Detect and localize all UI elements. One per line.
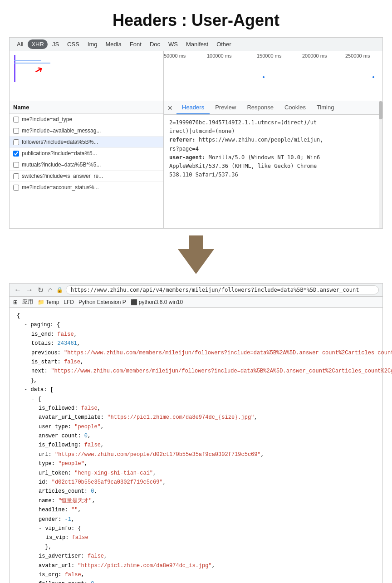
json-paging-close: },	[17, 376, 375, 385]
collapse-vip[interactable]: -	[39, 525, 42, 532]
bookmark-python-win[interactable]: ⬛ python3.6.0 win10	[131, 299, 183, 305]
totals-value: 243461	[58, 340, 77, 347]
name-row-3[interactable]: followers?include=data%5B%...	[10, 137, 163, 148]
forward-button[interactable]: →	[25, 286, 34, 294]
name-value: "恒量是天才"	[58, 498, 92, 504]
timeline-label-200k: 200000 ms	[302, 53, 327, 59]
arrow-down-wrapper	[178, 238, 214, 274]
ua-key: user-agent:	[169, 154, 205, 161]
name-row-3-checkbox[interactable]	[13, 139, 19, 145]
terminal-icon: ⬛	[131, 299, 137, 305]
name-row-2-text: me?include=available_messag...	[22, 127, 101, 134]
json-vip-open: - vip_info: {	[17, 524, 375, 533]
json-avatar-url: avatar_url: "https://pic1.zhime.com/da8e…	[17, 561, 375, 570]
collapse-item[interactable]: -	[31, 396, 34, 402]
answer-count-value: 0	[84, 433, 88, 439]
close-button[interactable]: ✕	[167, 104, 173, 112]
bookmark-apps[interactable]: 应用	[22, 298, 33, 306]
json-is-org: is_org: false,	[17, 570, 375, 579]
json-totals: totals: 243461,	[17, 339, 375, 348]
collapse-data[interactable]: -	[24, 387, 27, 393]
name-row-4[interactable]: publications?include=data%5...	[10, 148, 163, 159]
arrow-shaft	[189, 235, 203, 249]
name-row-5-checkbox[interactable]	[13, 162, 19, 168]
timeline-label-50k: 50000 ms	[164, 53, 186, 59]
apps-icon: ⊞	[13, 299, 18, 305]
json-headline: headline: "",	[17, 505, 375, 514]
avatar-url-value: "https://pic1.zhime.com/da8e974dc_is.jpg…	[78, 563, 211, 569]
is-followed-value: false	[81, 405, 98, 412]
filter-other[interactable]: Other	[213, 39, 235, 49]
red-arrow-indicator: ➔	[32, 63, 45, 77]
id-value: "d02ct170b55e35af9ca0302f719c5c69"	[52, 479, 163, 485]
filter-xhr[interactable]: XHR	[28, 39, 47, 49]
filter-img[interactable]: Img	[84, 39, 101, 49]
name-row-5[interactable]: mutuals?include=data%5B*%5...	[10, 159, 163, 171]
tab-response[interactable]: Response	[241, 101, 279, 114]
json-data-open: - data: [	[17, 385, 375, 394]
tab-preview[interactable]: Preview	[210, 101, 241, 114]
json-answer-count: answer_count: 0,	[17, 431, 375, 441]
name-row-7[interactable]: me?include=account_status%...	[10, 182, 163, 193]
json-next: next: "https://www.zhihu.com/members/mil…	[17, 367, 375, 376]
json-is-advertiser: is_advertiser: false,	[17, 552, 375, 561]
json-is-start: is_start: false,	[17, 358, 375, 367]
type-value: "people"	[58, 461, 84, 467]
back-button[interactable]: ←	[13, 286, 22, 294]
filter-css[interactable]: CSS	[64, 39, 83, 49]
filter-doc[interactable]: Doc	[146, 39, 164, 49]
json-url-token: url_token: "heng-xing-shi-tian-cai",	[17, 469, 375, 478]
timeline-dot-2	[372, 76, 374, 78]
name-row-1-text: me?include=ad_type	[22, 116, 72, 122]
bookmark-python-ext[interactable]: Python Extension P	[78, 299, 126, 305]
filter-font[interactable]: Font	[126, 39, 145, 49]
collapse-paging[interactable]: -	[24, 322, 27, 328]
name-row-2[interactable]: me?include=available_messag...	[10, 125, 163, 137]
address-bar: ← → ↻ ⌂ 🔒 https://www.zhihu.com/api/v4/m…	[10, 284, 382, 297]
filter-ws[interactable]: WS	[165, 39, 181, 49]
bookmark-temp[interactable]: 📁 Temp	[38, 299, 59, 305]
filter-js[interactable]: JS	[49, 39, 63, 49]
name-row-5-text: mutuals?include=data%5B*%5...	[22, 162, 101, 168]
name-row-6[interactable]: switches?include=is_answer_re...	[10, 171, 163, 182]
json-paging-open: - paging: {	[17, 320, 375, 329]
is-end-value: false	[58, 331, 74, 338]
timeline-label-250k: 250000 ms	[345, 53, 370, 59]
tab-timing[interactable]: Timing	[311, 101, 340, 114]
address-field[interactable]: https://www.zhihu.com/api/v4/members/mil…	[66, 285, 379, 294]
is-vip-value: false	[72, 534, 88, 541]
bookmark-lfd[interactable]: LFD	[64, 299, 74, 305]
filter-manifest[interactable]: Manifest	[182, 39, 212, 49]
filter-all[interactable]: All	[13, 39, 27, 49]
name-row-6-text: switches?include=is_answer_re...	[22, 173, 103, 179]
name-row-2-checkbox[interactable]	[13, 128, 19, 134]
json-previous: previous: "https://www.zhihu.com/members…	[17, 348, 375, 358]
home-button[interactable]: ⌂	[47, 286, 54, 294]
json-type: type: "people",	[17, 459, 375, 468]
name-row-1[interactable]: me?include=ad_type	[10, 114, 163, 125]
tab-cookies[interactable]: Cookies	[279, 101, 311, 114]
name-row-7-checkbox[interactable]	[13, 185, 19, 191]
tab-headers[interactable]: Headers	[176, 101, 210, 114]
browser-panel: ← → ↻ ⌂ 🔒 https://www.zhihu.com/api/v4/m…	[9, 283, 383, 583]
arrow-head	[178, 249, 214, 274]
bookmarks-bar: ⊞ 应用 📁 Temp LFD Python Extension P ⬛ pyt…	[10, 297, 382, 308]
name-row-6-checkbox[interactable]	[13, 173, 19, 179]
name-panel: Name me?include=ad_type me?include=avail…	[10, 101, 164, 228]
json-item-open: - {	[17, 395, 375, 404]
header-line-2: irect)|utmcmd=(none)	[169, 127, 377, 136]
avatar-tpl-value: "https://pic1.zhime.com/da8e974dc_{size}…	[107, 414, 254, 421]
name-row-1-checkbox[interactable]	[13, 117, 19, 122]
filter-media[interactable]: Media	[102, 39, 125, 49]
arrow-down-container	[0, 229, 392, 283]
folder-icon: 📁	[38, 299, 44, 305]
json-user-type: user_type: "people",	[17, 422, 375, 431]
timeline-label-100k: 100000 ms	[207, 53, 231, 59]
refresh-button[interactable]: ↻	[37, 286, 44, 294]
json-vip-close: },	[17, 543, 375, 552]
name-panel-header: Name	[10, 101, 163, 114]
json-articles-count: articles_count: 0,	[17, 487, 375, 496]
timeline-label-150k: 150000 ms	[257, 53, 281, 59]
json-follower-count: follower_count: 0,	[17, 579, 375, 583]
name-row-4-checkbox[interactable]	[13, 151, 19, 157]
